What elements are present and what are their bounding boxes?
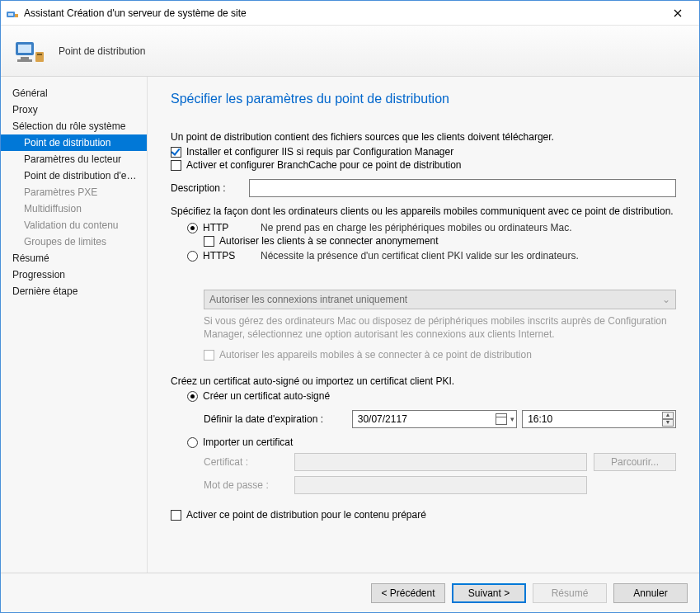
sidebar-item-progress[interactable]: Progression [1, 266, 147, 283]
page-heading: Spécifier les paramètres du point de dis… [171, 92, 676, 106]
expiry-time-picker[interactable]: 16:10 ▲ ▼ [522, 410, 676, 428]
sidebar-item-general[interactable]: Général [1, 85, 147, 101]
sidebar-item-role-selection[interactable]: Sélection du rôle système [1, 118, 147, 134]
sidebar-item-boundary-groups[interactable]: Groupes de limites [1, 233, 147, 250]
intro-text: Un point de distribution contient des fi… [171, 131, 676, 143]
radio-https-label: HTTPS [203, 250, 261, 262]
checkbox-row-anonymous[interactable]: Autoriser les clients à se connecter ano… [204, 235, 676, 247]
window-title: Assistant Création d'un serveur de systè… [24, 7, 661, 19]
intranet-dropdown: Autoriser les connexions intranet unique… [204, 290, 676, 309]
certificate-label: Certificat : [204, 456, 294, 468]
checkbox-anonymous-label: Autoriser les clients à se connecter ano… [219, 235, 438, 247]
summary-button: Résumé [533, 583, 607, 603]
password-row: Mot de passe : [204, 476, 676, 494]
radio-http[interactable] [187, 223, 198, 233]
chevron-down-icon: ⌄ [662, 294, 670, 305]
expiry-time-value: 16:10 [528, 413, 552, 425]
description-row: Description : [171, 179, 676, 197]
radio-row-https[interactable]: HTTPS Nécessite la présence d'un certifi… [187, 250, 676, 262]
radio-self-signed-label: Créer un certificat auto-signé [203, 390, 330, 402]
intranet-dropdown-value: Autoriser les connexions intranet unique… [209, 294, 407, 305]
intranet-help: Si vous gérez des ordinateurs Mac ou dis… [204, 314, 676, 341]
sidebar-item-proxy[interactable]: Proxy [1, 101, 147, 118]
expiry-row: Définir la date d'expiration : 30/07/211… [204, 410, 676, 428]
expiry-date-value: 30/07/2117 [358, 413, 407, 425]
radio-self-signed[interactable] [187, 391, 198, 402]
checkbox-anonymous[interactable] [204, 236, 214, 247]
wizard-body: Général Proxy Sélection du rôle système … [1, 77, 699, 573]
radio-row-http[interactable]: HTTP Ne prend pas en charge les périphér… [187, 222, 676, 233]
expiry-date-picker[interactable]: 30/07/2117 ▾ [352, 410, 517, 428]
import-cert-block: Certificat : Parcourir... Mot de passe : [204, 453, 676, 494]
radio-import-cert[interactable] [187, 437, 198, 448]
svg-rect-4 [18, 45, 31, 53]
sidebar-item-multicast[interactable]: Multidiffusion [1, 200, 147, 217]
svg-rect-2 [15, 14, 18, 17]
checkbox-mobile [204, 350, 214, 361]
sidebar-item-drive-settings[interactable]: Paramètres du lecteur [1, 151, 147, 167]
chevron-down-icon[interactable]: ▾ [510, 415, 514, 423]
sidebar-item-distribution-point[interactable]: Point de distribution [1, 134, 147, 151]
checkbox-branchcache[interactable] [171, 160, 181, 171]
time-spinner[interactable]: ▲ ▼ [662, 412, 674, 427]
checkbox-prestage[interactable] [171, 510, 181, 521]
spinner-up-icon[interactable]: ▲ [662, 412, 674, 419]
checkbox-mobile-label: Autoriser les appareils mobiles à se con… [219, 349, 532, 361]
certificate-input [294, 453, 587, 471]
radio-http-label: HTTP [203, 222, 261, 233]
checkbox-prestage-label: Activer ce point de distribution pour le… [186, 509, 426, 521]
checkbox-iis[interactable] [171, 147, 181, 158]
close-button[interactable] [661, 2, 694, 25]
cert-intro: Créez un certificat auto-signé ou import… [171, 375, 676, 387]
https-note: Nécessite la présence d'un certificat cl… [261, 250, 579, 262]
radio-https[interactable] [187, 251, 198, 262]
previous-button[interactable]: < Précédent [371, 583, 445, 603]
banner: Point de distribution [1, 26, 699, 77]
svg-rect-6 [17, 59, 32, 62]
content-pane: Spécifier les paramètres du point de dis… [148, 77, 699, 573]
sidebar-nav: Général Proxy Sélection du rôle système … [1, 77, 148, 573]
radio-row-self-signed[interactable]: Créer un certificat auto-signé [187, 390, 676, 402]
sidebar-item-summary[interactable]: Résumé [1, 250, 147, 266]
sidebar-item-content-validation[interactable]: Validation du contenu [1, 217, 147, 233]
checkbox-row-mobile: Autoriser les appareils mobiles à se con… [204, 349, 676, 361]
radio-import-cert-label: Importer un certificat [203, 436, 293, 448]
certificate-row: Certificat : Parcourir... [204, 453, 676, 471]
svg-rect-5 [21, 57, 29, 59]
sidebar-item-pull-dp[interactable]: Point de distribution d'extraction [1, 167, 147, 184]
spinner-down-icon[interactable]: ▼ [662, 419, 674, 427]
password-label: Mot de passe : [204, 479, 294, 491]
wizard-window: Assistant Création d'un serveur de systè… [0, 0, 700, 613]
checkbox-iis-label: Installer et configurer IIS si requis pa… [186, 146, 453, 158]
svg-rect-1 [8, 13, 13, 16]
comm-intro: Spécifiez la façon dont les ordinateurs … [171, 205, 676, 217]
radio-row-import-cert[interactable]: Importer un certificat [187, 436, 676, 448]
checkbox-row-prestage[interactable]: Activer ce point de distribution pour le… [171, 509, 676, 521]
sidebar-item-pxe[interactable]: Paramètres PXE [1, 184, 147, 200]
http-note: Ne prend pas en charge les périphériques… [261, 222, 572, 233]
description-label: Description : [171, 182, 249, 194]
wizard-footer: < Précédent Suivant > Résumé Annuler [1, 573, 699, 612]
calendar-icon[interactable] [496, 413, 507, 425]
app-icon [6, 7, 19, 20]
checkbox-row-iis[interactable]: Installer et configurer IIS si requis pa… [171, 146, 676, 158]
browse-button: Parcourir... [594, 453, 676, 471]
password-input [294, 476, 587, 494]
description-input[interactable] [249, 179, 676, 197]
sidebar-item-completion[interactable]: Dernière étape [1, 283, 147, 299]
intranet-block: Autoriser les connexions intranet unique… [204, 290, 676, 361]
checkbox-row-branchcache[interactable]: Activer et configurer BranchCache pour c… [171, 159, 676, 171]
svg-rect-8 [37, 54, 42, 55]
checkbox-branchcache-label: Activer et configurer BranchCache pour c… [186, 159, 462, 171]
expiry-label: Définir la date d'expiration : [204, 413, 352, 425]
svg-rect-7 [35, 52, 44, 62]
distribution-point-icon [12, 34, 47, 68]
banner-title: Point de distribution [59, 45, 145, 57]
cancel-button[interactable]: Annuler [613, 583, 688, 603]
next-button[interactable]: Suivant > [452, 583, 526, 603]
titlebar: Assistant Création d'un serveur de systè… [1, 1, 699, 26]
